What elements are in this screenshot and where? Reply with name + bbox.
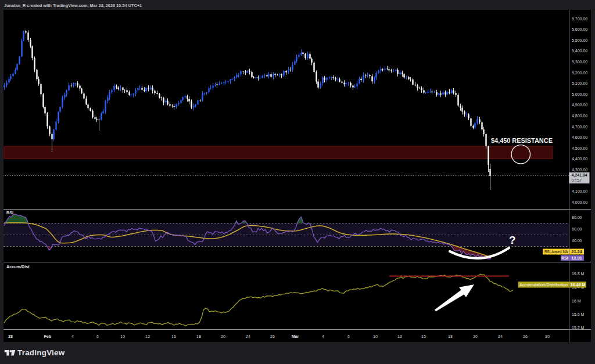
svg-text:4,300.00: 4,300.00 <box>572 168 587 172</box>
svg-text:5,400.00: 5,400.00 <box>572 49 587 53</box>
svg-text:6: 6 <box>96 334 99 338</box>
svg-text:RSI: RSI <box>6 210 13 215</box>
svg-text:30: 30 <box>545 334 550 338</box>
svg-text:12: 12 <box>397 334 402 338</box>
svg-text:Feb: Feb <box>44 334 51 338</box>
svg-text:16: 16 <box>171 334 176 338</box>
svg-text:18: 18 <box>196 334 201 338</box>
svg-text:16.48 M: 16.48 M <box>571 282 586 287</box>
svg-text:10: 10 <box>120 334 125 338</box>
svg-text:15.6 M: 15.6 M <box>572 312 585 316</box>
svg-text:4,100.00: 4,100.00 <box>572 189 587 193</box>
svg-text:26: 26 <box>270 334 275 338</box>
svg-text:Accumulation/Distribution: Accumulation/Distribution <box>519 283 568 287</box>
svg-text:16.8 M: 16.8 M <box>572 272 585 276</box>
svg-text:4,800.00: 4,800.00 <box>572 114 587 118</box>
svg-text:28: 28 <box>8 334 13 338</box>
svg-text:Mar: Mar <box>292 334 299 338</box>
svg-text:15.2 M: 15.2 M <box>572 326 585 330</box>
svg-text:5,700.00: 5,700.00 <box>572 17 587 21</box>
svg-text:5,200.00: 5,200.00 <box>572 71 587 75</box>
svg-text:10: 10 <box>373 334 378 338</box>
svg-text:4: 4 <box>322 334 324 338</box>
svg-text:18: 18 <box>448 334 453 338</box>
svg-text:15: 15 <box>421 334 426 338</box>
svg-text:21.24: 21.24 <box>571 249 582 254</box>
svg-text:RSI: RSI <box>561 256 568 260</box>
svg-text:24: 24 <box>246 334 250 338</box>
svg-text:20: 20 <box>473 334 478 338</box>
svg-text:RSI-based MA: RSI-based MA <box>544 250 568 254</box>
svg-text:4: 4 <box>71 334 74 338</box>
svg-text:5,500.00: 5,500.00 <box>572 38 587 42</box>
svg-text:4,400.00: 4,400.00 <box>572 157 587 161</box>
svg-text:12.31: 12.31 <box>571 255 582 261</box>
svg-text:12: 12 <box>145 334 150 338</box>
svg-text:5,600.00: 5,600.00 <box>572 27 587 31</box>
svg-text:?: ? <box>509 234 516 246</box>
svg-text:07:57: 07:57 <box>572 178 582 182</box>
svg-text:5,000.00: 5,000.00 <box>572 92 587 96</box>
svg-text:6: 6 <box>347 334 350 338</box>
svg-text:4,900.00: 4,900.00 <box>572 103 587 107</box>
svg-text:60.00: 60.00 <box>572 227 582 231</box>
svg-text:Accum/Dist: Accum/Dist <box>6 264 30 269</box>
svg-text:24: 24 <box>498 334 503 338</box>
svg-text:26: 26 <box>523 334 528 338</box>
svg-text:20: 20 <box>221 334 225 338</box>
svg-text:4,500.00: 4,500.00 <box>572 146 587 150</box>
svg-text:5,100.00: 5,100.00 <box>572 81 587 85</box>
svg-text:16 M: 16 M <box>572 299 581 303</box>
svg-text:4,241.84: 4,241.84 <box>572 173 587 178</box>
svg-text:5,300.00: 5,300.00 <box>572 60 587 64</box>
svg-text:4,000.00: 4,000.00 <box>572 200 587 204</box>
svg-text:4,700.00: 4,700.00 <box>572 125 587 129</box>
svg-text:$4,450 RESISTANCE: $4,450 RESISTANCE <box>491 137 553 144</box>
svg-text:4,600.00: 4,600.00 <box>572 135 587 139</box>
svg-text:80.00: 80.00 <box>572 215 582 219</box>
svg-text:40.00: 40.00 <box>572 239 582 243</box>
